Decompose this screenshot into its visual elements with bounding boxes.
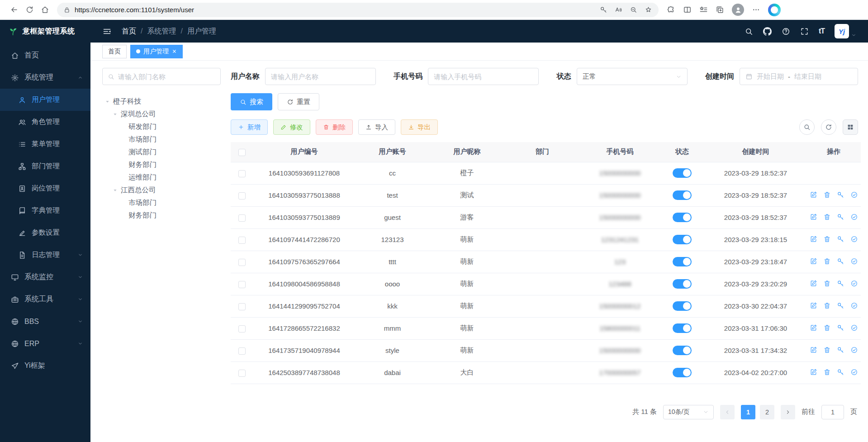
row-checkbox[interactable] [238, 237, 246, 244]
row-edit-button[interactable] [810, 346, 817, 354]
column-settings-button[interactable] [843, 119, 858, 135]
row-checkbox[interactable] [238, 192, 246, 200]
import-button[interactable]: 导入 [358, 119, 395, 135]
department-search-input[interactable] [118, 73, 215, 81]
row-assign-role-button[interactable] [850, 257, 858, 265]
sidebar-item-tools[interactable]: 系统工具 [0, 288, 90, 310]
row-assign-role-button[interactable] [850, 324, 858, 332]
status-toggle[interactable] [673, 257, 692, 266]
breadcrumb-system[interactable]: 系统管理 [147, 27, 176, 36]
tab-user-management[interactable]: 用户管理 [130, 45, 183, 58]
phone-input[interactable] [434, 73, 533, 81]
tree-node[interactable]: 研发部门 [102, 120, 221, 133]
collapse-sidebar-button[interactable] [102, 27, 112, 36]
row-checkbox[interactable] [238, 325, 246, 333]
password-key-icon[interactable] [600, 6, 607, 14]
row-checkbox[interactable] [238, 281, 246, 288]
sidebar-item-post[interactable]: 岗位管理 [0, 177, 90, 200]
browser-profile-avatar[interactable] [732, 4, 744, 16]
date-range-picker[interactable]: 开始日期 - 结束日期 [740, 68, 858, 85]
row-edit-button[interactable] [810, 257, 817, 265]
favorite-star-icon[interactable] [645, 6, 652, 14]
page-size-select[interactable]: 10条/页 [663, 405, 714, 419]
tab-home[interactable]: 首页 [102, 45, 127, 58]
row-delete-button[interactable] [823, 324, 831, 332]
browser-refresh-button[interactable] [22, 2, 37, 18]
more-icon[interactable] [752, 5, 760, 14]
next-page-button[interactable] [781, 405, 795, 419]
row-reset-password-button[interactable] [837, 324, 844, 332]
row-checkbox[interactable] [238, 259, 246, 266]
sidebar-item-dict[interactable]: 字典管理 [0, 200, 90, 222]
row-edit-button[interactable] [810, 324, 817, 332]
browser-back-button[interactable] [6, 2, 22, 18]
row-checkbox[interactable] [238, 214, 246, 222]
row-delete-button[interactable] [823, 280, 831, 287]
page-button-1[interactable]: 1 [741, 405, 755, 419]
sidebar-item-dept[interactable]: 部门管理 [0, 155, 90, 177]
sidebar-item-yiframe[interactable]: Yi框架 [0, 355, 90, 377]
select-all-checkbox[interactable] [238, 149, 246, 156]
row-reset-password-button[interactable] [837, 346, 844, 354]
status-toggle[interactable] [673, 235, 692, 244]
status-toggle[interactable] [673, 301, 692, 311]
department-search[interactable] [102, 68, 221, 85]
row-assign-role-button[interactable] [850, 302, 858, 309]
row-edit-button[interactable] [810, 191, 817, 199]
sidebar-item-user[interactable]: 用户管理 [0, 89, 90, 111]
browser-home-button[interactable] [37, 2, 52, 18]
sidebar-item-bbs[interactable]: BBS [0, 310, 90, 333]
row-reset-password-button[interactable] [837, 302, 844, 309]
close-tab-button[interactable] [172, 49, 177, 54]
row-assign-role-button[interactable] [850, 213, 858, 221]
tree-node[interactable]: 市场部门 [102, 196, 221, 209]
sidebar-item-log[interactable]: 日志管理 [0, 244, 90, 266]
row-delete-button[interactable] [823, 368, 831, 376]
show-search-toggle-button[interactable] [799, 119, 815, 135]
status-toggle[interactable] [673, 190, 692, 200]
zoom-icon[interactable] [630, 6, 637, 14]
row-checkbox[interactable] [238, 303, 246, 310]
status-toggle[interactable] [673, 368, 692, 377]
split-screen-icon[interactable] [683, 5, 692, 14]
row-reset-password-button[interactable] [837, 280, 844, 287]
row-reset-password-button[interactable] [837, 213, 844, 221]
row-assign-role-button[interactable] [850, 235, 858, 243]
sidebar-item-param[interactable]: 参数设置 [0, 222, 90, 244]
row-assign-role-button[interactable] [850, 368, 858, 376]
row-assign-role-button[interactable] [850, 280, 858, 287]
row-edit-button[interactable] [810, 213, 817, 221]
status-toggle[interactable] [673, 346, 692, 355]
tree-node[interactable]: 橙子科技 [102, 95, 221, 108]
app-logo[interactable]: 意框架管理系统 [0, 20, 90, 43]
row-edit-button[interactable] [810, 368, 817, 376]
tree-node[interactable]: 财务部门 [102, 209, 221, 222]
status-toggle[interactable] [673, 279, 692, 289]
row-checkbox[interactable] [238, 370, 246, 377]
status-toggle[interactable] [673, 168, 692, 178]
font-size-icon[interactable]: tT [819, 27, 825, 35]
tree-node[interactable]: 深圳总公司 [102, 108, 221, 120]
edit-button[interactable]: 修改 [273, 119, 310, 135]
search-icon[interactable] [745, 27, 753, 36]
tree-node[interactable]: 市场部门 [102, 133, 221, 146]
add-button[interactable]: 新增 [231, 119, 268, 135]
copilot-icon[interactable] [768, 4, 781, 16]
row-delete-button[interactable] [823, 257, 831, 265]
status-toggle[interactable] [673, 323, 692, 333]
fullscreen-icon[interactable] [800, 27, 809, 36]
status-toggle[interactable] [673, 213, 692, 222]
extensions-icon[interactable] [667, 5, 675, 14]
reset-button[interactable]: 重置 [278, 93, 319, 110]
row-reset-password-button[interactable] [837, 257, 844, 265]
row-delete-button[interactable] [823, 302, 831, 309]
tree-node[interactable]: 财务部门 [102, 158, 221, 171]
row-delete-button[interactable] [823, 213, 831, 221]
username-input[interactable] [271, 73, 370, 81]
breadcrumb-home[interactable]: 首页 [122, 27, 136, 36]
sidebar-item-monitor[interactable]: 系统监控 [0, 266, 90, 288]
sidebar-item-home[interactable]: 首页 [0, 44, 90, 67]
browser-address-bar[interactable]: https://ccnetcore.com:1101/system/user [57, 3, 659, 17]
row-reset-password-button[interactable] [837, 235, 844, 243]
favorites-bar-icon[interactable] [699, 5, 708, 14]
